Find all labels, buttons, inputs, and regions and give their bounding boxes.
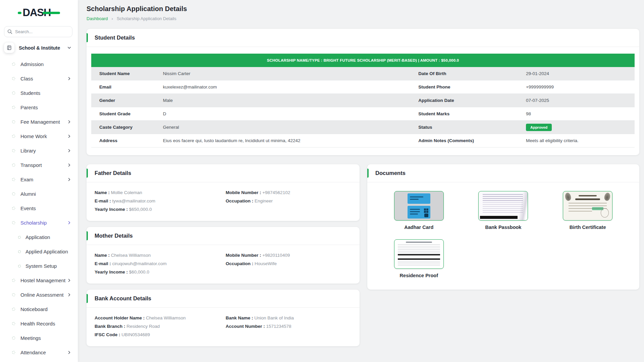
field-label: Admin Notes (Comments) [418, 138, 526, 143]
info-field-value: tywa@mailinator.com [112, 198, 156, 203]
documents-grid: Aadhar CardBank PassbookBirth Certificat… [367, 182, 639, 290]
info-field: Bank Name : Union Bank of India [226, 315, 352, 320]
sidebar-item-online-assessment[interactable]: Online Assessment [0, 288, 78, 302]
info-field-value: HouseWife [255, 261, 277, 266]
info-field-label: E-mail : [95, 261, 111, 266]
bank-passbook-thumbnail[interactable] [478, 191, 528, 221]
sidebar-menu: AdmissionClassStudentsParentsFee Managem… [0, 57, 78, 360]
sidebar-item-label: Class [20, 76, 67, 81]
info-field-value: Residency Road [126, 324, 160, 329]
student-table-row: GenderMaleApplication Date07-07-2025 [91, 94, 635, 107]
birth-certificate-thumbnail[interactable] [563, 191, 612, 221]
info-field-value: Chelsea Williamson [146, 315, 186, 320]
chevron-right-icon [67, 279, 71, 282]
sidebar-item-label: Transport [20, 162, 67, 168]
document-label: Residence Proof [400, 273, 438, 278]
sidebar-item-label: Application [25, 234, 71, 240]
info-field-value: 1571234578 [266, 324, 291, 329]
residence-proof-thumbnail[interactable] [394, 239, 444, 269]
sidebar-item-system-setup[interactable]: System Setup [0, 259, 78, 273]
dashed-circle-icon [12, 279, 15, 282]
info-field-value: Chelsea Williamson [111, 253, 151, 258]
document-item-residence-proof: Residence Proof [377, 239, 461, 278]
sidebar-item-label: System Setup [25, 263, 71, 269]
sidebar-item-health-records[interactable]: Health Records [0, 316, 78, 331]
sidebar-item-home-work[interactable]: Home Work [0, 129, 78, 143]
sidebar-item-meetings[interactable]: Meetings [0, 331, 78, 345]
dashed-circle-icon [12, 77, 15, 80]
page-title: Scholarship Application Details [87, 5, 639, 13]
dashed-circle-icon [12, 337, 15, 340]
info-field-label: Yearly Income : [95, 207, 128, 212]
sidebar-item-label: Meetings [20, 335, 71, 341]
info-column: Name : Chelsea WilliamsonE-mail : ciruqo… [95, 253, 226, 275]
sidebar-item-class[interactable]: Class [0, 71, 78, 86]
student-table-row: Caste CategoryGeneralStatusApproved [91, 121, 635, 134]
sidebar-item-scholarship[interactable]: Scholarship [0, 216, 78, 230]
institute-icon [4, 43, 14, 53]
dashed-circle-icon [18, 250, 21, 253]
student-table-row: Student GradeDStudent Marks98 [91, 107, 635, 121]
sidebar-item-attendance[interactable]: Attendance [0, 345, 78, 360]
aadhar-card-thumbnail[interactable] [394, 191, 444, 221]
sidebar-section-school-institute[interactable]: School & Institute [4, 43, 74, 53]
info-field: Occupation : Engineer [226, 198, 352, 203]
sidebar-item-hostel-management[interactable]: Hostel Management [0, 273, 78, 288]
breadcrumb-separator-icon: › [112, 16, 113, 21]
sidebar-item-library[interactable]: Library [0, 143, 78, 158]
dashed-circle-icon [18, 265, 21, 267]
sidebar-item-applied-application[interactable]: Applied Application [0, 244, 78, 259]
sidebar-item-label: Parents [20, 105, 71, 110]
sidebar-item-exam[interactable]: Exam [0, 172, 78, 187]
dashed-circle-icon [12, 308, 15, 311]
right-column: Documents Aadhar CardBank PassbookBirth … [367, 164, 639, 290]
info-field: Yearly Income : $60,000.0 [95, 269, 226, 275]
breadcrumb-dashboard-link[interactable]: Dashboard [87, 16, 108, 21]
sidebar-item-admission[interactable]: Admission [0, 57, 78, 71]
dashed-circle-icon [12, 135, 15, 138]
dashed-circle-icon [12, 178, 15, 181]
search-input[interactable] [4, 26, 72, 37]
field-value: 29-01-2024 [526, 71, 635, 76]
dashed-circle-icon [12, 207, 15, 210]
student-details-body: SCHOLARSHIP NAME/TYPE : BRIGHT FUTURE SC… [87, 47, 639, 155]
sidebar-item-students[interactable]: Students [0, 86, 78, 100]
field-value: D [163, 111, 418, 116]
sidebar-item-application[interactable]: Application [0, 230, 78, 244]
scholarship-banner: SCHOLARSHIP NAME/TYPE : BRIGHT FUTURE SC… [91, 54, 635, 67]
dashed-circle-icon [12, 221, 15, 224]
documents-card: Documents Aadhar CardBank PassbookBirth … [367, 164, 639, 290]
sidebar-item-label: Noticeboard [20, 306, 71, 312]
sidebar-item-events[interactable]: Events [0, 201, 78, 216]
app-logo[interactable]: DASH [0, 0, 78, 21]
dashed-circle-icon [12, 293, 15, 296]
chevron-right-icon [67, 134, 71, 138]
info-field: Name : Chelsea Williamson [95, 253, 226, 258]
breadcrumb-current: Scholarship Application Details [117, 16, 176, 21]
dashed-circle-icon [12, 164, 15, 167]
info-field: Account Holder Name : Chelsea Williamson [95, 315, 226, 320]
sidebar-item-transport[interactable]: Transport [0, 158, 78, 172]
father-details-title: Father Details [87, 164, 360, 182]
sidebar-item-alumni[interactable]: Alumni [0, 187, 78, 201]
field-label: Date Of Birth [418, 71, 526, 76]
sidebar-item-label: Fee Management [20, 119, 67, 125]
document-item-aadhar-card: Aadhar Card [377, 191, 461, 230]
info-field: Bank Branch : Residency Road [95, 324, 226, 329]
sidebar-item-fee-management[interactable]: Fee Management [0, 115, 78, 129]
dashed-circle-icon [12, 351, 15, 354]
info-field-label: Bank Name : [226, 315, 253, 320]
info-field-value: +9874562102 [262, 190, 290, 195]
chevron-right-icon [67, 293, 71, 297]
sidebar-item-parents[interactable]: Parents [0, 100, 78, 115]
chevron-down-icon [67, 46, 71, 50]
sidebar-item-label: Health Records [20, 321, 71, 326]
document-label: Birth Certificate [570, 225, 606, 230]
info-field: Yearly Income : $650,000.0 [95, 207, 226, 212]
field-value: Approved [526, 124, 635, 131]
student-details-table: Student NameNissim CarterDate Of Birth29… [91, 67, 635, 147]
sidebar-item-label: Home Work [20, 133, 67, 139]
info-column: Mobile Number : +9874562102Occupation : … [226, 190, 352, 212]
sidebar-item-label: Scholarship [20, 220, 67, 226]
sidebar-item-noticeboard[interactable]: Noticeboard [0, 302, 78, 316]
